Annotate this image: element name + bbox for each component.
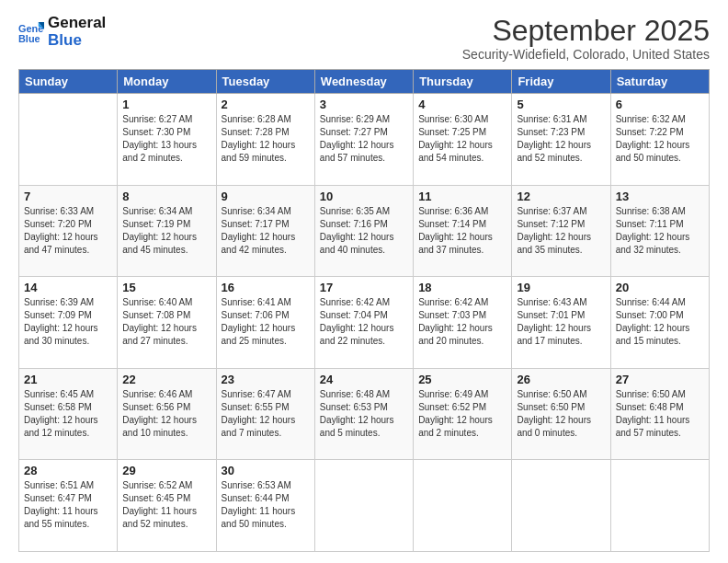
calendar-cell: 23Sunrise: 6:47 AM Sunset: 6:55 PM Dayli… (216, 368, 314, 460)
page: General Blue General Blue September 2025… (0, 0, 728, 563)
day-info: Sunrise: 6:35 AM Sunset: 7:16 PM Dayligh… (320, 205, 408, 257)
calendar-cell: 13Sunrise: 6:38 AM Sunset: 7:11 PM Dayli… (610, 185, 709, 277)
day-number: 30 (222, 464, 310, 477)
calendar-week-5: 28Sunrise: 6:51 AM Sunset: 6:47 PM Dayli… (19, 460, 710, 552)
day-number: 26 (517, 373, 605, 386)
calendar-cell: 19Sunrise: 6:43 AM Sunset: 7:01 PM Dayli… (512, 277, 610, 369)
day-number: 2 (222, 98, 310, 111)
day-info: Sunrise: 6:31 AM Sunset: 7:23 PM Dayligh… (517, 113, 605, 165)
calendar-cell (610, 460, 709, 552)
calendar-cell: 8Sunrise: 6:34 AM Sunset: 7:19 PM Daylig… (118, 185, 216, 277)
title-block: September 2025 Security-Widefield, Color… (462, 15, 710, 62)
day-info: Sunrise: 6:42 AM Sunset: 7:04 PM Dayligh… (320, 296, 408, 348)
calendar-cell: 21Sunrise: 6:45 AM Sunset: 6:58 PM Dayli… (19, 368, 118, 460)
calendar-cell: 25Sunrise: 6:49 AM Sunset: 6:52 PM Dayli… (414, 368, 512, 460)
calendar-cell (512, 460, 610, 552)
calendar-cell: 28Sunrise: 6:51 AM Sunset: 6:47 PM Dayli… (19, 460, 118, 552)
calendar-cell: 17Sunrise: 6:42 AM Sunset: 7:04 PM Dayli… (314, 277, 413, 369)
day-info: Sunrise: 6:29 AM Sunset: 7:27 PM Dayligh… (320, 113, 408, 165)
calendar-cell (314, 460, 413, 552)
day-number: 16 (222, 281, 310, 294)
day-info: Sunrise: 6:46 AM Sunset: 6:56 PM Dayligh… (122, 388, 210, 440)
calendar-cell: 22Sunrise: 6:46 AM Sunset: 6:56 PM Dayli… (118, 368, 216, 460)
calendar-cell: 16Sunrise: 6:41 AM Sunset: 7:06 PM Dayli… (216, 277, 314, 369)
day-number: 28 (24, 464, 112, 477)
calendar-header-thursday: Thursday (414, 70, 512, 94)
calendar-cell: 7Sunrise: 6:33 AM Sunset: 7:20 PM Daylig… (19, 185, 118, 277)
day-number: 11 (418, 190, 506, 203)
day-number: 15 (122, 281, 210, 294)
calendar-cell: 12Sunrise: 6:37 AM Sunset: 7:12 PM Dayli… (512, 185, 610, 277)
day-number: 21 (24, 373, 112, 386)
calendar-header-wednesday: Wednesday (314, 70, 413, 94)
calendar-cell: 20Sunrise: 6:44 AM Sunset: 7:00 PM Dayli… (610, 277, 709, 369)
calendar-table: SundayMondayTuesdayWednesdayThursdayFrid… (18, 69, 710, 552)
day-info: Sunrise: 6:50 AM Sunset: 6:50 PM Dayligh… (517, 388, 605, 440)
calendar-cell: 27Sunrise: 6:50 AM Sunset: 6:48 PM Dayli… (610, 368, 709, 460)
day-info: Sunrise: 6:45 AM Sunset: 6:58 PM Dayligh… (24, 388, 112, 440)
calendar-cell: 11Sunrise: 6:36 AM Sunset: 7:14 PM Dayli… (414, 185, 512, 277)
day-number: 12 (517, 190, 605, 203)
calendar-header-row: SundayMondayTuesdayWednesdayThursdayFrid… (19, 70, 710, 94)
day-number: 25 (418, 373, 506, 386)
day-number: 4 (418, 98, 506, 111)
day-info: Sunrise: 6:52 AM Sunset: 6:45 PM Dayligh… (122, 479, 210, 531)
logo-icon: General Blue (18, 19, 44, 45)
day-number: 24 (320, 373, 408, 386)
day-number: 9 (222, 190, 310, 203)
calendar-cell (19, 94, 118, 186)
calendar-cell: 4Sunrise: 6:30 AM Sunset: 7:25 PM Daylig… (414, 94, 512, 186)
day-number: 7 (24, 190, 112, 203)
day-number: 22 (122, 373, 210, 386)
calendar-cell: 18Sunrise: 6:42 AM Sunset: 7:03 PM Dayli… (414, 277, 512, 369)
day-info: Sunrise: 6:39 AM Sunset: 7:09 PM Dayligh… (24, 296, 112, 348)
calendar-cell: 3Sunrise: 6:29 AM Sunset: 7:27 PM Daylig… (314, 94, 413, 186)
logo: General Blue General Blue (18, 15, 106, 49)
day-info: Sunrise: 6:50 AM Sunset: 6:48 PM Dayligh… (616, 388, 704, 440)
day-info: Sunrise: 6:28 AM Sunset: 7:28 PM Dayligh… (222, 113, 310, 165)
calendar-cell: 5Sunrise: 6:31 AM Sunset: 7:23 PM Daylig… (512, 94, 610, 186)
calendar-week-3: 14Sunrise: 6:39 AM Sunset: 7:09 PM Dayli… (19, 277, 710, 369)
calendar-header-sunday: Sunday (19, 70, 118, 94)
day-number: 29 (122, 464, 210, 477)
day-number: 14 (24, 281, 112, 294)
day-number: 17 (320, 281, 408, 294)
day-number: 5 (517, 98, 605, 111)
calendar-header-tuesday: Tuesday (216, 70, 314, 94)
calendar-cell: 9Sunrise: 6:34 AM Sunset: 7:17 PM Daylig… (216, 185, 314, 277)
calendar-header-friday: Friday (512, 70, 610, 94)
calendar-cell: 6Sunrise: 6:32 AM Sunset: 7:22 PM Daylig… (610, 94, 709, 186)
day-number: 23 (222, 373, 310, 386)
calendar-week-2: 7Sunrise: 6:33 AM Sunset: 7:20 PM Daylig… (19, 185, 710, 277)
day-info: Sunrise: 6:33 AM Sunset: 7:20 PM Dayligh… (24, 205, 112, 257)
subtitle: Security-Widefield, Colorado, United Sta… (462, 47, 710, 62)
header: General Blue General Blue September 2025… (18, 15, 710, 62)
day-number: 27 (616, 373, 704, 386)
day-info: Sunrise: 6:48 AM Sunset: 6:53 PM Dayligh… (320, 388, 408, 440)
day-number: 19 (517, 281, 605, 294)
svg-text:Blue: Blue (18, 33, 40, 44)
day-info: Sunrise: 6:43 AM Sunset: 7:01 PM Dayligh… (517, 296, 605, 348)
calendar-cell: 26Sunrise: 6:50 AM Sunset: 6:50 PM Dayli… (512, 368, 610, 460)
day-info: Sunrise: 6:27 AM Sunset: 7:30 PM Dayligh… (122, 113, 210, 165)
day-info: Sunrise: 6:51 AM Sunset: 6:47 PM Dayligh… (24, 479, 112, 531)
day-info: Sunrise: 6:47 AM Sunset: 6:55 PM Dayligh… (222, 388, 310, 440)
day-number: 20 (616, 281, 704, 294)
logo-line1: General (48, 15, 106, 32)
calendar-cell: 10Sunrise: 6:35 AM Sunset: 7:16 PM Dayli… (314, 185, 413, 277)
day-info: Sunrise: 6:40 AM Sunset: 7:08 PM Dayligh… (122, 296, 210, 348)
logo-line2: Blue (48, 32, 106, 50)
calendar-week-1: 1Sunrise: 6:27 AM Sunset: 7:30 PM Daylig… (19, 94, 710, 186)
day-number: 18 (418, 281, 506, 294)
day-number: 10 (320, 190, 408, 203)
day-info: Sunrise: 6:37 AM Sunset: 7:12 PM Dayligh… (517, 205, 605, 257)
day-info: Sunrise: 6:49 AM Sunset: 6:52 PM Dayligh… (418, 388, 506, 440)
day-info: Sunrise: 6:38 AM Sunset: 7:11 PM Dayligh… (616, 205, 704, 257)
day-info: Sunrise: 6:32 AM Sunset: 7:22 PM Dayligh… (616, 113, 704, 165)
day-info: Sunrise: 6:30 AM Sunset: 7:25 PM Dayligh… (418, 113, 506, 165)
calendar-cell: 2Sunrise: 6:28 AM Sunset: 7:28 PM Daylig… (216, 94, 314, 186)
calendar-header-monday: Monday (118, 70, 216, 94)
main-title: September 2025 (462, 15, 710, 47)
day-info: Sunrise: 6:36 AM Sunset: 7:14 PM Dayligh… (418, 205, 506, 257)
calendar-cell (414, 460, 512, 552)
